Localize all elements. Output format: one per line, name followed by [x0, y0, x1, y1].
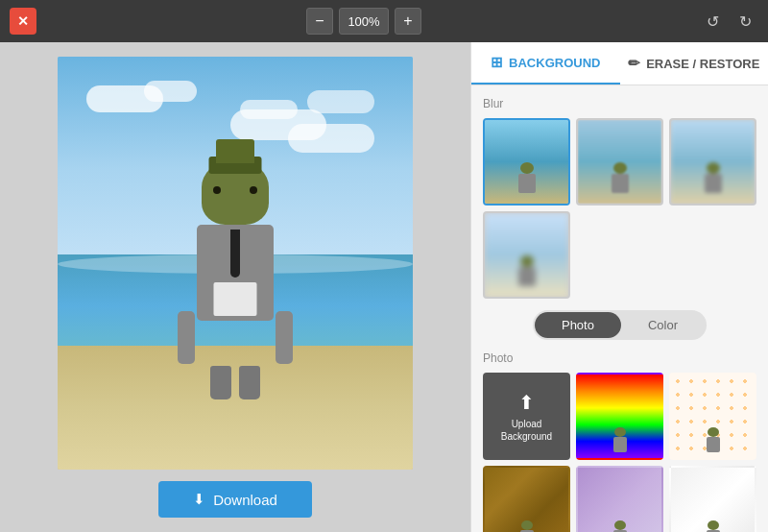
- character-eye-left: [213, 186, 221, 194]
- photo-thumb-wood[interactable]: [483, 466, 570, 532]
- photo-thumb-rainbow[interactable]: [576, 373, 663, 460]
- blur-section-label: Blur: [483, 97, 756, 110]
- tab-background-label: BACKGROUND: [509, 56, 600, 70]
- panel-tabs: ⊞ BACKGROUND ✏ ERASE / RESTORE: [471, 42, 768, 85]
- blur-thumb-2[interactable]: [669, 118, 756, 206]
- character-head: [202, 162, 269, 225]
- upload-label: UploadBackground: [501, 418, 552, 443]
- top-bar: ✕ − 100% + ↺ ↻: [0, 0, 768, 42]
- tab-background[interactable]: ⊞ BACKGROUND: [471, 42, 620, 85]
- download-container: ⬇ Download: [158, 481, 312, 518]
- character-body: [197, 225, 274, 321]
- photo-grid: ⬆ UploadBackground: [483, 373, 756, 532]
- right-panel: ⊞ BACKGROUND ✏ ERASE / RESTORE Blur: [470, 42, 768, 532]
- tab-erase-restore-label: ERASE / RESTORE: [646, 57, 759, 71]
- close-button[interactable]: ✕: [10, 8, 36, 35]
- close-icon: ✕: [17, 13, 29, 29]
- character-eye-right: [250, 186, 257, 194]
- zoom-out-button[interactable]: −: [306, 8, 333, 35]
- character-legs: [178, 366, 293, 399]
- layers-icon: ⊞: [491, 54, 503, 71]
- photo-thumb-polka[interactable]: [669, 373, 756, 460]
- canvas-area: ⬇ Download: [0, 42, 470, 532]
- zoom-controls: − 100% +: [306, 8, 421, 35]
- tab-erase-restore[interactable]: ✏ ERASE / RESTORE: [620, 42, 769, 85]
- zoom-plus-icon: +: [403, 12, 412, 30]
- zoom-value: 100%: [339, 8, 389, 35]
- image-canvas: [58, 57, 413, 470]
- cloud: [240, 100, 298, 119]
- toggle-color-button[interactable]: Color: [621, 312, 705, 338]
- upload-icon: ⬆: [518, 391, 535, 414]
- main-content: ⬇ Download ⊞ BACKGROUND ✏ ERASE / RESTOR…: [0, 42, 768, 532]
- cloud: [144, 81, 197, 102]
- beach-sand: [58, 346, 413, 470]
- redo-button[interactable]: ↻: [732, 8, 758, 35]
- character-tie: [230, 230, 240, 278]
- upload-background-button[interactable]: ⬆ UploadBackground: [483, 373, 570, 460]
- blur-thumbnails: [483, 118, 756, 299]
- eraser-icon: ✏: [628, 55, 640, 72]
- cloud: [288, 124, 374, 153]
- toggle-photo-button[interactable]: Photo: [535, 312, 621, 338]
- photo-thumb-purple[interactable]: [576, 466, 663, 532]
- character-leg-right: [239, 366, 260, 399]
- photo-thumb-white[interactable]: [669, 466, 756, 532]
- cloud: [307, 90, 374, 113]
- panel-content: Blur: [471, 85, 768, 532]
- undo-redo-controls: ↺ ↻: [699, 8, 758, 35]
- character-leg-left: [210, 366, 231, 399]
- blur-thumb-0[interactable]: [483, 118, 570, 206]
- character-hat-top: [216, 139, 254, 163]
- zoom-minus-icon: −: [315, 12, 324, 30]
- blur-thumb-1[interactable]: [576, 118, 663, 206]
- download-label: Download: [213, 492, 277, 508]
- character: [178, 162, 293, 354]
- character-paper: [214, 282, 257, 316]
- undo-button[interactable]: ↺: [699, 8, 726, 35]
- download-button[interactable]: ⬇ Download: [158, 481, 312, 518]
- character-arm-left: [178, 311, 195, 364]
- blur-thumb-3[interactable]: [483, 211, 570, 299]
- undo-icon: ↺: [707, 12, 719, 31]
- zoom-in-button[interactable]: +: [395, 8, 421, 35]
- photo-color-toggle: Photo Color: [533, 310, 707, 340]
- photo-section-label: Photo: [483, 351, 756, 365]
- redo-icon: ↻: [739, 12, 752, 31]
- character-arm-right: [276, 311, 293, 364]
- download-icon: ⬇: [193, 491, 205, 508]
